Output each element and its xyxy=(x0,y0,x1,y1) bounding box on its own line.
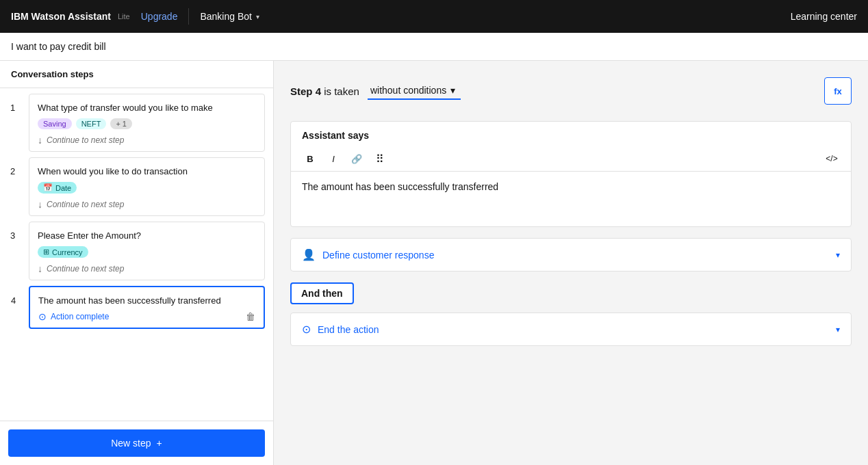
main-content: Step 4 is taken without conditions ▾ fx … xyxy=(274,61,868,465)
step-4[interactable]: 4 The amount has been successfully trans… xyxy=(29,286,265,329)
steps-container: 1 What type of transfer would you like t… xyxy=(8,94,265,329)
main-layout: Conversation steps 1 What type of transf… xyxy=(0,61,868,465)
step-2-continue: ↓ Continue to next step xyxy=(38,199,256,210)
end-action-row[interactable]: ⊙ End the action ▾ xyxy=(291,313,851,345)
check-circle-icon: ⊙ xyxy=(38,311,47,322)
sidebar-steps: 1 What type of transfer would you like t… xyxy=(0,88,273,421)
assistant-says-header: Assistant says xyxy=(291,122,851,146)
step-1-tags: Saving NEFT + 1 xyxy=(38,118,256,129)
conditions-dropdown[interactable]: without conditions ▾ xyxy=(368,82,461,100)
breadcrumb-text: I want to pay credit bill xyxy=(11,41,106,52)
step-1[interactable]: 1 What type of transfer would you like t… xyxy=(29,94,265,152)
define-response-label: Define customer response xyxy=(322,250,434,261)
editor-content[interactable]: The amount has been successfully transfe… xyxy=(291,172,851,226)
step-3-continue: ↓ Continue to next step xyxy=(38,263,256,274)
calendar-icon: 📅 xyxy=(43,183,53,192)
link-icon: 🔗 xyxy=(351,154,362,164)
new-step-plus-icon: + xyxy=(157,438,162,449)
fx-button[interactable]: fx xyxy=(824,77,852,105)
lite-badge: Lite xyxy=(118,12,130,21)
tag-saving: Saving xyxy=(38,118,72,129)
step-number-label: Step 4 xyxy=(290,85,321,97)
define-response-chevron-icon: ▾ xyxy=(836,250,840,260)
step-2-tags: 📅Date xyxy=(38,182,256,194)
breadcrumb: I want to pay credit bill xyxy=(0,33,868,61)
code-icon: </> xyxy=(826,154,837,163)
new-step-label: New step xyxy=(111,438,151,449)
and-then-container: And then xyxy=(290,282,852,313)
step-3-tags: ⊞Currency xyxy=(38,246,256,258)
step-3-number: 3 xyxy=(10,230,15,241)
step-2-continue-text: Continue to next step xyxy=(47,200,124,209)
end-action-left: ⊙ End the action xyxy=(302,323,379,336)
arrow-down-icon-3: ↓ xyxy=(38,263,42,274)
bot-chevron-icon: ▾ xyxy=(256,13,259,21)
step-taken-label: Step 4 is taken xyxy=(290,85,359,97)
step-4-action-row: ⊙ Action complete 🗑 xyxy=(38,311,255,322)
is-taken-text: is taken xyxy=(324,85,359,97)
navbar: IBM Watson Assistant Lite Upgrade Bankin… xyxy=(0,0,868,33)
step-header: Step 4 is taken without conditions ▾ fx xyxy=(290,77,852,105)
step-1-title: What type of transfer would you like to … xyxy=(38,103,256,113)
person-icon: 👤 xyxy=(302,248,316,261)
sidebar: Conversation steps 1 What type of transf… xyxy=(0,61,274,465)
product-name: IBM Watson Assistant xyxy=(11,11,111,22)
grid-icon: ⊞ xyxy=(43,248,49,256)
tag-currency: ⊞Currency xyxy=(38,246,88,258)
sidebar-footer: New step + xyxy=(0,421,273,465)
circle-check-icon: ⊙ xyxy=(302,323,311,336)
step-1-number: 1 xyxy=(10,103,15,113)
nav-divider xyxy=(188,8,189,25)
end-action-chevron-icon: ▾ xyxy=(836,325,840,334)
step-3-continue-text: Continue to next step xyxy=(47,264,124,274)
end-action-section: ⊙ End the action ▾ xyxy=(290,313,852,346)
sidebar-header: Conversation steps xyxy=(0,61,273,88)
step-1-continue: ↓ Continue to next step xyxy=(38,135,256,146)
arrow-down-icon-2: ↓ xyxy=(38,199,42,210)
tag-neft: NEFT xyxy=(76,118,107,129)
action-complete-text: Action complete xyxy=(51,312,109,321)
and-then-badge: And then xyxy=(290,282,354,304)
step-2-number: 2 xyxy=(10,166,15,176)
step-4-number: 4 xyxy=(11,295,16,306)
editor-toolbar: B I 🔗 ⠿ </> xyxy=(291,146,851,172)
italic-button[interactable]: I xyxy=(322,149,344,168)
new-step-button[interactable]: New step + xyxy=(8,429,265,457)
action-complete-indicator: ⊙ Action complete xyxy=(38,311,109,322)
define-customer-response-section: 👤 Define customer response ▾ xyxy=(290,238,852,271)
link-button[interactable]: 🔗 xyxy=(346,149,368,168)
bot-name: Banking Bot xyxy=(200,11,252,22)
step-4-title: The amount has been successfully transfe… xyxy=(38,295,255,306)
learning-center-link[interactable]: Learning center xyxy=(791,11,857,22)
conditions-text: without conditions xyxy=(370,85,446,96)
assistant-says-section: Assistant says B I 🔗 ⠿ </> The xyxy=(290,121,852,227)
end-action-label: End the action xyxy=(318,324,379,335)
list-icon: ⠿ xyxy=(376,152,385,165)
bot-selector[interactable]: Banking Bot ▾ xyxy=(200,11,259,22)
tag-date: 📅Date xyxy=(38,182,77,194)
list-button[interactable]: ⠿ xyxy=(369,149,391,168)
upgrade-link[interactable]: Upgrade xyxy=(141,11,178,22)
arrow-down-icon: ↓ xyxy=(38,135,42,146)
delete-step-icon[interactable]: 🗑 xyxy=(246,311,255,322)
brand-section: IBM Watson Assistant Lite xyxy=(11,11,130,22)
chevron-down-icon: ▾ xyxy=(450,85,455,96)
tag-more-1: + 1 xyxy=(110,118,132,129)
step-1-continue-text: Continue to next step xyxy=(47,135,124,145)
bold-button[interactable]: B xyxy=(299,149,321,168)
step-3[interactable]: 3 Please Enter the Amount? ⊞Currency ↓ C… xyxy=(29,222,265,280)
step-2[interactable]: 2 When would you like to do transaction … xyxy=(29,157,265,216)
step-3-title: Please Enter the Amount? xyxy=(38,230,256,241)
step-2-title: When would you like to do transaction xyxy=(38,166,256,176)
define-response-row[interactable]: 👤 Define customer response ▾ xyxy=(291,239,851,271)
define-response-left: 👤 Define customer response xyxy=(302,248,434,261)
fx-label: fx xyxy=(834,86,842,96)
code-button[interactable]: </> xyxy=(821,149,843,168)
